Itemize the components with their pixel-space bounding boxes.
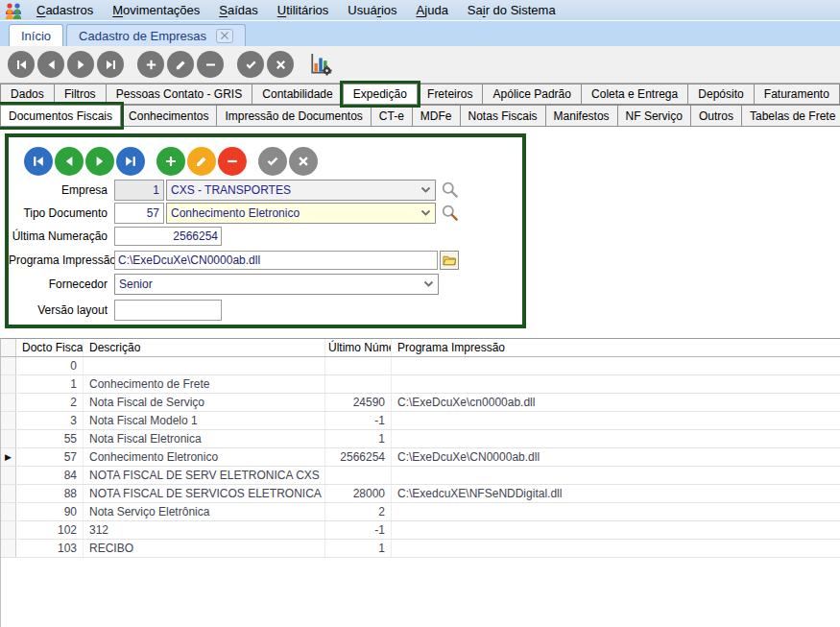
tab-impressao-de-documentos[interactable]: Impressão de Documentos — [217, 105, 371, 127]
menu-item-cadastros[interactable]: Cadastros — [27, 0, 103, 20]
prev-button[interactable] — [37, 51, 64, 78]
cell-programa-impressao — [392, 503, 840, 520]
tab-filtros[interactable]: Filtros — [55, 84, 107, 105]
grid-body: 01Conhecimento de Frete2Nota Fiscal de S… — [1, 357, 840, 558]
tab-expedicao[interactable]: Expedição — [344, 84, 418, 105]
browse-file-button[interactable] — [440, 251, 459, 270]
first-button[interactable] — [8, 51, 35, 78]
tab-conhecimentos[interactable]: Conhecimentos — [121, 105, 217, 127]
doc-tab-cadastro-de-empresas[interactable]: Cadastro de Empresas — [66, 24, 246, 46]
cell-docto-fiscal: 0 — [16, 357, 84, 374]
table-row[interactable]: 103RECIBO1 — [1, 540, 840, 558]
confirm-button[interactable] — [237, 51, 264, 78]
empresa-code-field[interactable] — [114, 180, 164, 201]
table-row[interactable]: 90Nota Serviço Eletrônica2 — [1, 503, 840, 521]
doc-tab-inicio-label: Início — [21, 29, 51, 43]
cell-programa-impressao — [392, 540, 840, 557]
toolbar-group — [237, 51, 294, 78]
first-button[interactable] — [24, 147, 53, 176]
menu-item-sair-do-sistema[interactable]: Sair do Sistema — [458, 0, 565, 20]
delete-button[interactable] — [218, 147, 247, 176]
table-row[interactable]: 102312-1 — [1, 521, 840, 540]
table-row[interactable]: 2Nota Fiscal de Serviço24590C:\ExeDcuXe\… — [1, 394, 840, 412]
edit-button[interactable] — [187, 147, 216, 176]
programa-impressao-field[interactable] — [114, 251, 438, 270]
cell-programa-impressao — [392, 412, 840, 429]
empresa-combo[interactable]: CXS - TRANSPORTES — [166, 180, 436, 201]
table-row[interactable]: 0 — [1, 357, 840, 375]
doc-tab-inicio[interactable]: Início — [9, 24, 63, 46]
tabs-row-empresa: DadosFiltrosPessoas Contato - GRISContab… — [0, 84, 840, 105]
menu-item-usuarios[interactable]: Usuários — [338, 0, 406, 20]
tab-freteiros[interactable]: Freteiros — [418, 84, 484, 105]
table-row[interactable]: 84NOTA FISCAL DE SERV ELETRONICA CXS — [1, 467, 840, 485]
tipo-documento-combo[interactable]: Conhecimento Eletronico — [166, 203, 436, 224]
tab-outros[interactable]: Outros — [691, 105, 742, 127]
fornecedor-combo-value: Senior — [119, 277, 420, 291]
edit-button[interactable] — [167, 51, 194, 78]
menu-items: CadastrosMovimentaçõesSaídasUtilitáriosU… — [27, 0, 565, 20]
empresa-combo-value: CXS - TRANSPORTES — [171, 183, 417, 197]
grid-indicator-header — [1, 339, 16, 356]
tab-documentos-fiscais[interactable]: Documentos Fiscais — [0, 105, 121, 127]
tab-mdfe[interactable]: MDFe — [413, 105, 461, 127]
delete-button[interactable] — [197, 51, 224, 78]
add-button[interactable] — [156, 147, 185, 176]
menu-item-movimentacoes[interactable]: Movimentações — [103, 0, 209, 20]
tab-notas-fiscais[interactable]: Notas Fiscais — [461, 105, 546, 127]
cell-docto-fiscal: 2 — [16, 394, 84, 411]
tab-tabelas-de-frete[interactable]: Tabelas de Frete — [742, 105, 840, 127]
toolbar-group — [24, 147, 145, 176]
documento-fiscal-form-panel: Empresa CXS - TRANSPORTES Tipo Documento… — [5, 133, 526, 328]
grid-header: Docto Fiscal Descrição Último Número Pro… — [1, 339, 840, 357]
versao-layout-field[interactable] — [114, 300, 222, 321]
table-row[interactable]: 3Nota Fiscal Modelo 1-1 — [1, 412, 840, 430]
col-header-programa-impressao[interactable]: Programa Impressão — [392, 339, 840, 356]
cell-descricao: Nota Fiscal Modelo 1 — [84, 412, 325, 429]
last-button[interactable] — [116, 147, 145, 176]
tab-contabilidade[interactable]: Contabilidade — [252, 84, 344, 105]
table-row[interactable]: 88NOTA FISCAL DE SERVICOS ELETRONICA2800… — [1, 485, 840, 503]
confirm-button[interactable] — [258, 147, 287, 176]
cancel-button[interactable] — [267, 51, 294, 78]
col-header-docto-fiscal[interactable]: Docto Fiscal — [16, 339, 84, 356]
cell-descricao: Conhecimento de Frete — [84, 375, 325, 393]
tipo-documento-search-icon[interactable] — [441, 204, 460, 223]
tab-apolice-padrao[interactable]: Apólice Padrão — [483, 84, 582, 105]
tipo-documento-combo-value: Conhecimento Eletronico — [171, 206, 417, 220]
programa-impressao-label: Programa Impressão — [9, 253, 114, 267]
table-row[interactable]: 1Conhecimento de Frete — [1, 375, 840, 394]
add-button[interactable] — [137, 51, 164, 78]
empresa-search-icon[interactable] — [441, 181, 460, 200]
tab-manifestos[interactable]: Manifestos — [546, 105, 618, 127]
tab-deposito[interactable]: Depósito — [688, 84, 755, 105]
tipo-documento-code-field[interactable] — [114, 203, 164, 224]
cell-ultimo-numero: 2566254 — [325, 448, 392, 466]
menu-item-saidas[interactable]: Saídas — [209, 0, 267, 20]
tab-pessoas-contato-gris[interactable]: Pessoas Contato - GRIS — [107, 84, 253, 105]
fornecedor-combo[interactable]: Senior — [114, 274, 439, 295]
tab-nf-servico[interactable]: NF Serviço — [618, 105, 691, 127]
col-header-descricao[interactable]: Descrição — [84, 339, 325, 356]
next-button[interactable] — [67, 51, 94, 78]
cell-ultimo-numero: 24590 — [325, 394, 392, 411]
tab-dados[interactable]: Dados — [0, 84, 55, 105]
tab-coleta-e-entrega[interactable]: Coleta e Entrega — [582, 84, 688, 105]
tab-faturamento[interactable]: Faturamento — [755, 84, 840, 105]
col-header-ultimo-numero[interactable]: Último Número — [325, 339, 392, 356]
table-row[interactable]: ▶57Conhecimento Eletronico2566254C:\ExeD… — [1, 448, 840, 467]
prev-button[interactable] — [55, 147, 84, 176]
documentos-fiscais-grid: Docto Fiscal Descrição Último Número Pro… — [0, 338, 840, 627]
report-chart-button[interactable] — [307, 51, 334, 78]
menu-item-ajuda[interactable]: Ajuda — [407, 0, 458, 20]
cancel-button[interactable] — [289, 147, 318, 176]
ultima-numeracao-field[interactable] — [114, 227, 222, 246]
menu-item-utilitarios[interactable]: Utilitários — [268, 0, 338, 20]
next-button[interactable] — [85, 147, 114, 176]
table-row[interactable]: 55Nota Fiscal Eletronica1 — [1, 430, 840, 448]
close-tab-button[interactable] — [216, 29, 233, 43]
last-button[interactable] — [97, 51, 124, 78]
confirm-icon — [244, 58, 258, 72]
edit-icon — [194, 154, 209, 169]
tab-ct-e[interactable]: CT-e — [372, 105, 413, 127]
